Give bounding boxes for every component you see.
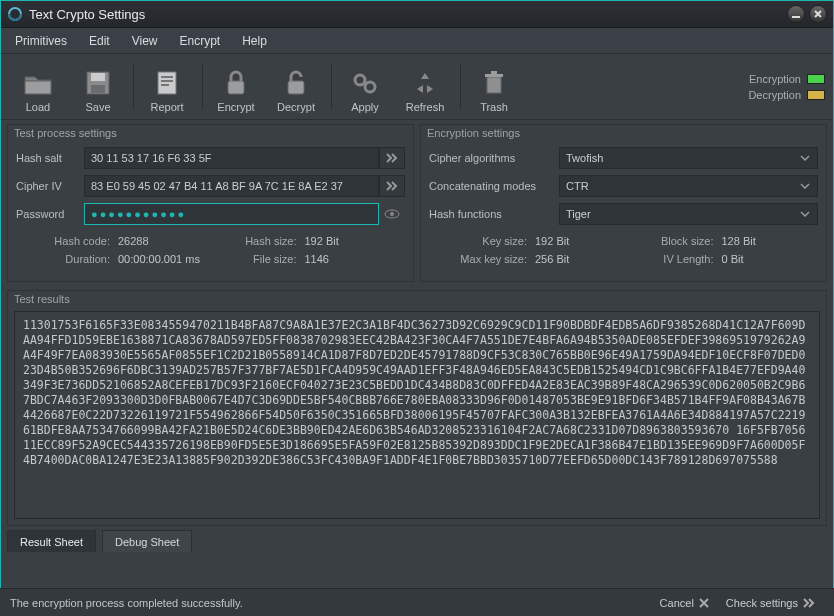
gears-icon [347,66,383,100]
hash-size-label: Hash size: [211,235,297,247]
hash-salt-more-button[interactable] [379,147,405,169]
max-key-size-label: Max key size: [437,253,527,265]
chevron-down-icon [797,148,813,168]
hash-salt-label: Hash salt [16,152,84,164]
footer: The encryption process completed success… [0,588,834,616]
results-panel: Test results 11301753F6165F33E0834559470… [7,290,827,526]
cipher-iv-label: Cipher IV [16,180,84,192]
password-reveal-button[interactable] [379,203,405,225]
block-size-label: Block size: [624,235,714,247]
decrypt-button[interactable]: Decrypt [267,59,325,115]
report-icon [149,66,185,100]
hash-functions-label: Hash functions [429,208,559,220]
cipher-iv-input[interactable]: 83 E0 59 45 02 47 B4 11 A8 BF 9A 7C 1E 8… [84,175,379,197]
load-button[interactable]: Load [9,59,67,115]
refresh-button[interactable]: Refresh [396,59,454,115]
svg-rect-6 [161,76,173,78]
recycle-icon [407,66,443,100]
app-logo-icon [7,6,23,22]
window-title: Text Crypto Settings [29,7,783,22]
hash-size-value: 192 Bit [305,235,339,247]
svg-rect-1 [792,16,800,18]
cancel-button[interactable]: Cancel [652,595,718,611]
svg-rect-14 [485,74,503,77]
trash-icon [476,66,512,100]
save-button[interactable]: Save [69,59,127,115]
chevron-down-icon [797,176,813,196]
tab-result-sheet[interactable]: Result Sheet [7,530,96,552]
cipher-algorithms-label: Cipher algorithms [429,152,559,164]
iv-length-label: IV Length: [624,253,714,265]
menu-primitives[interactable]: Primitives [5,30,77,52]
encryption-title: Encryption settings [421,125,826,141]
report-button[interactable]: Report [138,59,196,115]
svg-rect-10 [288,81,304,94]
lock-open-icon [278,66,314,100]
hash-code-value: 26288 [118,235,149,247]
floppy-icon [80,66,116,100]
tab-debug-sheet[interactable]: Debug Sheet [102,530,192,552]
cipher-iv-more-button[interactable] [379,175,405,197]
menu-encrypt[interactable]: Encrypt [170,30,231,52]
iv-length-value: 0 Bit [722,253,744,265]
close-icon [698,597,710,609]
encrypt-button[interactable]: Encrypt [207,59,265,115]
tab-bar: Result Sheet Debug Sheet [7,530,827,552]
svg-rect-9 [228,81,244,94]
encryption-indicator-label: Encryption [749,73,801,85]
hash-salt-input[interactable]: 30 11 53 17 16 F6 33 5F [84,147,379,169]
cipher-algorithms-select[interactable]: Twofish [559,147,818,169]
chevron-down-icon [797,204,813,224]
svg-rect-8 [161,84,169,86]
concatenating-modes-label: Concatenating modes [429,180,559,192]
svg-rect-5 [158,72,176,94]
password-input[interactable]: ●●●●●●●●●●● [84,203,379,225]
apply-button[interactable]: Apply [336,59,394,115]
menu-help[interactable]: Help [232,30,277,52]
file-size-label: File size: [211,253,297,265]
password-label: Password [16,208,84,220]
folder-open-icon [20,66,56,100]
hash-code-label: Hash code: [24,235,110,247]
results-title: Test results [8,291,826,307]
svg-point-12 [365,82,375,92]
status-text: The encryption process completed success… [10,597,243,609]
close-button[interactable] [809,5,827,23]
encryption-panel: Encryption settings Cipher algorithms Tw… [420,124,827,282]
key-size-label: Key size: [437,235,527,247]
hash-functions-select[interactable]: Tiger [559,203,818,225]
block-size-value: 128 Bit [722,235,756,247]
file-size-value: 1146 [305,253,329,265]
menu-view[interactable]: View [122,30,168,52]
test-process-panel: Test process settings Hash salt 30 11 53… [7,124,414,282]
decryption-indicator-icon [807,90,825,100]
toolbar: Load Save Report Encrypt Decrypt Apply R… [1,54,833,120]
test-process-title: Test process settings [8,125,413,141]
svg-rect-13 [487,77,501,93]
titlebar: Text Crypto Settings [1,1,833,28]
svg-rect-7 [161,80,173,82]
status-indicators: Encryption Decryption [748,73,825,101]
duration-value: 00:00:00.001 ms [118,253,200,265]
key-size-value: 192 Bit [535,235,569,247]
svg-point-11 [355,75,365,85]
minimize-button[interactable] [787,5,805,23]
svg-rect-4 [91,85,105,93]
concatenating-modes-select[interactable]: CTR [559,175,818,197]
lock-closed-icon [218,66,254,100]
menu-edit[interactable]: Edit [79,30,120,52]
svg-rect-3 [91,73,105,81]
encryption-indicator-icon [807,74,825,84]
duration-label: Duration: [24,253,110,265]
results-hex[interactable]: 11301753F6165F33E0834559470211B4BFA87C9A… [14,311,820,519]
menubar: Primitives Edit View Encrypt Help [1,28,833,54]
decryption-indicator-label: Decryption [748,89,801,101]
chevron-right-icon [802,597,816,609]
svg-point-17 [390,212,394,216]
check-settings-button[interactable]: Check settings [718,595,824,611]
max-key-size-value: 256 Bit [535,253,569,265]
trash-button[interactable]: Trash [465,59,523,115]
svg-rect-15 [491,71,497,74]
